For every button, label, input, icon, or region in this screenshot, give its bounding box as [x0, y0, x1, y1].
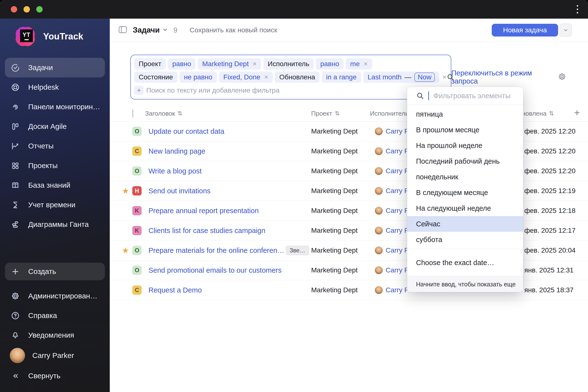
app-window: YT YouTrack Задачи Helpdesk Панели монит…	[0, 0, 588, 392]
chevron-down-icon	[563, 28, 568, 33]
new-task-button[interactable]: Новая задача	[492, 24, 558, 36]
sidebar-item-agile-boards[interactable]: Доски Agile	[5, 116, 105, 136]
dropdown-item[interactable]: пятница	[407, 106, 523, 122]
star-icon[interactable]: ★	[118, 187, 132, 195]
star-icon[interactable]: ★	[118, 246, 132, 254]
sidebar-item-notifications[interactable]: Уведомления	[5, 325, 105, 345]
issue-project: Marketing Dept	[311, 266, 370, 274]
assignee-avatar	[375, 286, 383, 294]
assignee-avatar	[375, 226, 383, 234]
new-task-dropdown-button[interactable]	[560, 24, 572, 37]
filter-value-chip[interactable]: Fixed, Done ×	[219, 72, 273, 83]
dropdown-search-row[interactable]	[407, 87, 523, 105]
dropdown-footer-hint: Начните ввод, чтобы показать еще	[407, 276, 523, 292]
title-chevron-down-icon[interactable]	[160, 27, 168, 34]
dropdown-item[interactable]: В прошлом месяце	[407, 122, 523, 138]
sidebar-item-time-tracking[interactable]: Учет времени	[5, 195, 105, 214]
search-settings-gear-icon[interactable]	[558, 72, 566, 82]
sidebar-item-gantt-charts[interactable]: Диаграммы Ганта	[5, 214, 105, 234]
remove-filter-icon[interactable]: ×	[364, 60, 368, 68]
sidebar-item-projects[interactable]: Проекты	[5, 156, 105, 176]
sort-icon: ⇅	[549, 110, 554, 117]
sidebar-toggle-icon[interactable]	[118, 26, 127, 34]
user-avatar	[10, 348, 25, 363]
assignee-avatar	[375, 266, 383, 274]
remove-filter-icon[interactable]: ×	[442, 73, 446, 81]
issue-title-link[interactable]: Write a blog post	[148, 167, 202, 175]
issue-tag[interactable]: Зве…	[286, 246, 309, 255]
sidebar-item-knowledge-base[interactable]: База знаний	[5, 176, 105, 195]
filter-op-chip[interactable]: равно	[168, 58, 196, 70]
bell-icon	[11, 331, 20, 340]
sort-icon: ⇅	[178, 110, 182, 117]
select-all-checkbox[interactable]	[132, 109, 133, 118]
issue-title-link[interactable]: Request a Demo	[148, 286, 202, 294]
search-icon	[416, 92, 424, 100]
create-button[interactable]: Создать	[5, 263, 105, 280]
filter-value-chip[interactable]: Marketing Dept ×	[198, 58, 261, 70]
filter-field-chip[interactable]: Обновлена	[275, 72, 320, 83]
filter-field-chip[interactable]: Исполнитель	[264, 58, 314, 70]
filter-value-chip[interactable]: me ×	[346, 58, 372, 70]
sidebar-item-dashboards[interactable]: Панели мониторин…	[5, 97, 105, 116]
add-filter-icon[interactable]: +	[134, 86, 144, 95]
filter-op-chip[interactable]: не равно	[180, 72, 217, 83]
kebab-menu-icon[interactable]	[575, 4, 580, 15]
minimize-window-button[interactable]	[24, 6, 30, 12]
filter-range-chip[interactable]: Last month — Now	[363, 72, 440, 83]
column-header-project[interactable]: Проект⇅	[311, 110, 370, 117]
choose-exact-date-item[interactable]: Choose the exact date…	[407, 249, 523, 276]
remove-filter-icon[interactable]: ×	[252, 60, 256, 68]
issue-title-link[interactable]: Prepare materials for the online confere…	[148, 246, 284, 254]
traffic-lights	[11, 6, 43, 12]
dropdown-filter-input[interactable]	[433, 92, 518, 100]
column-header-title[interactable]: Заголовок⇅	[145, 110, 311, 117]
issue-title-link[interactable]: Update our contact data	[148, 128, 224, 136]
page-title: Задачи	[133, 26, 160, 34]
issue-title-link[interactable]: Prepare annual report presentation	[148, 207, 259, 215]
range-end-token[interactable]: Now	[414, 72, 435, 82]
assignee-avatar	[375, 167, 383, 175]
sidebar-item-reports[interactable]: Отчеты	[5, 136, 105, 156]
add-column-button[interactable]	[573, 109, 588, 118]
dropdown-item-highlighted[interactable]: Сейчас	[407, 216, 523, 232]
issue-type-badge: O	[132, 246, 142, 255]
topbar: Задачи 9 Сохранить как новый поиск Новая…	[110, 18, 588, 42]
issue-title-link[interactable]: New landing page	[148, 147, 205, 155]
issue-type-badge: K	[132, 206, 142, 215]
tasks-check-circle-icon	[11, 63, 20, 72]
dropdown-item[interactable]: На прошлой неделе	[407, 138, 523, 153]
sidebar-item-help[interactable]: Справка	[5, 306, 105, 325]
filter-field-chip[interactable]: Состояние	[134, 72, 178, 83]
dropdown-item[interactable]: понедельник	[407, 169, 523, 185]
sidebar-item-administration[interactable]: Администрирован…	[5, 286, 105, 306]
issue-title-link[interactable]: Send promotional emails to our customers	[148, 266, 282, 274]
youtrack-logo[interactable]: YT YouTrack	[0, 18, 110, 51]
issue-type-badge: K	[132, 226, 142, 235]
dropdown-item[interactable]: В следующем месяце	[407, 185, 523, 200]
issue-title-link[interactable]: Clients list for case studies campaign	[148, 226, 265, 235]
issue-project: Marketing Dept	[311, 226, 370, 234]
issue-title-link[interactable]: Send out invitations	[148, 187, 210, 195]
filter-field-chip[interactable]: Проект	[134, 58, 166, 70]
dropdown-item[interactable]: На следующей неделе	[407, 200, 523, 216]
gear-icon	[11, 292, 20, 300]
filter-search-input[interactable]	[146, 86, 446, 94]
remove-filter-icon[interactable]: ×	[264, 73, 268, 81]
sidebar-collapse-button[interactable]: Свернуть	[5, 366, 105, 386]
filter-op-chip[interactable]: in a range	[322, 72, 361, 83]
save-search-button[interactable]: Сохранить как новый поиск	[190, 26, 277, 34]
knowledge-book-icon	[11, 181, 20, 190]
user-menu[interactable]: Carry Parker	[5, 345, 105, 366]
sidebar-item-tasks[interactable]: Задачи	[5, 58, 105, 78]
zoom-window-button[interactable]	[36, 6, 43, 12]
dropdown-item[interactable]: суббота	[407, 232, 523, 248]
titlebar	[0, 0, 588, 18]
dropdown-list: пятница В прошлом месяце На прошлой неде…	[407, 105, 523, 249]
dropdown-item[interactable]: Последний рабочий день	[407, 153, 523, 169]
query-mode-link[interactable]: Переключиться в режим запроса	[451, 69, 546, 85]
sidebar-item-helpdesk[interactable]: Helpdesk	[5, 78, 105, 97]
close-window-button[interactable]	[11, 6, 17, 12]
filter-op-chip[interactable]: равно	[316, 58, 344, 70]
filter-box[interactable]: Проект равно Marketing Dept × Исполнител…	[130, 55, 451, 100]
